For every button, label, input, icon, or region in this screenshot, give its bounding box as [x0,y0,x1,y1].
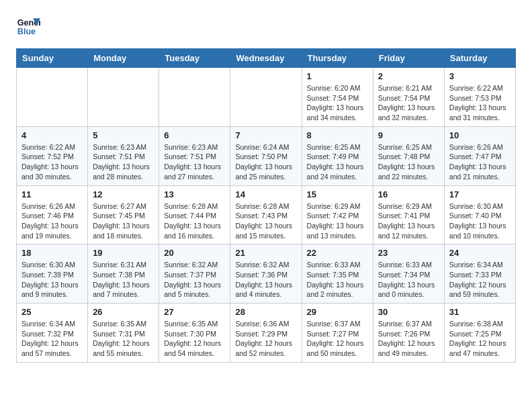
day-info: Sunrise: 6:29 AM Sunset: 7:41 PM Dayligh… [378,201,439,241]
day-number: 28 [235,307,296,317]
calendar-empty-cell [88,68,159,127]
weekday-header-wednesday: Wednesday [230,49,302,68]
day-number: 5 [93,130,154,140]
day-info: Sunrise: 6:38 AM Sunset: 7:25 PM Dayligh… [449,319,511,359]
day-info: Sunrise: 6:37 AM Sunset: 7:26 PM Dayligh… [378,319,439,359]
day-number: 25 [21,307,83,317]
day-number: 23 [378,248,439,258]
day-info: Sunrise: 6:32 AM Sunset: 7:37 PM Dayligh… [164,260,225,300]
calendar-week-row: 11Sunrise: 6:26 AM Sunset: 7:46 PM Dayli… [17,185,516,244]
day-info: Sunrise: 6:30 AM Sunset: 7:40 PM Dayligh… [449,201,511,241]
calendar-day-cell: 4Sunrise: 6:22 AM Sunset: 7:52 PM Daylig… [17,126,88,185]
calendar-week-row: 25Sunrise: 6:34 AM Sunset: 7:32 PM Dayli… [17,304,516,363]
day-number: 30 [378,307,439,317]
day-info: Sunrise: 6:23 AM Sunset: 7:51 PM Dayligh… [164,142,225,182]
day-info: Sunrise: 6:35 AM Sunset: 7:31 PM Dayligh… [93,319,154,359]
day-info: Sunrise: 6:25 AM Sunset: 7:48 PM Dayligh… [378,142,439,182]
day-number: 7 [235,130,296,140]
page-header: General Blue [16,13,516,38]
calendar-week-row: 1Sunrise: 6:20 AM Sunset: 7:54 PM Daylig… [17,68,516,127]
day-info: Sunrise: 6:29 AM Sunset: 7:42 PM Dayligh… [307,201,368,241]
calendar-day-cell: 17Sunrise: 6:30 AM Sunset: 7:40 PM Dayli… [444,185,515,244]
calendar-day-cell: 10Sunrise: 6:26 AM Sunset: 7:47 PM Dayli… [444,126,515,185]
day-info: Sunrise: 6:27 AM Sunset: 7:45 PM Dayligh… [93,201,154,241]
calendar-day-cell: 14Sunrise: 6:28 AM Sunset: 7:43 PM Dayli… [230,185,302,244]
calendar-day-cell: 22Sunrise: 6:33 AM Sunset: 7:35 PM Dayli… [302,244,373,304]
day-number: 15 [307,189,368,199]
calendar-day-cell: 23Sunrise: 6:33 AM Sunset: 7:34 PM Dayli… [373,244,444,304]
calendar-day-cell: 1Sunrise: 6:20 AM Sunset: 7:54 PM Daylig… [302,68,373,127]
weekday-header-sunday: Sunday [17,49,88,68]
day-number: 6 [164,130,225,140]
day-number: 27 [164,307,225,317]
day-info: Sunrise: 6:30 AM Sunset: 7:39 PM Dayligh… [21,260,83,300]
calendar-empty-cell [159,68,230,127]
day-info: Sunrise: 6:28 AM Sunset: 7:44 PM Dayligh… [164,201,225,241]
day-info: Sunrise: 6:22 AM Sunset: 7:53 PM Dayligh… [449,83,511,123]
day-info: Sunrise: 6:23 AM Sunset: 7:51 PM Dayligh… [93,142,154,182]
calendar-day-cell: 20Sunrise: 6:32 AM Sunset: 7:37 PM Dayli… [159,244,230,304]
day-info: Sunrise: 6:34 AM Sunset: 7:33 PM Dayligh… [449,260,511,300]
calendar-day-cell: 2Sunrise: 6:21 AM Sunset: 7:54 PM Daylig… [373,68,444,127]
day-number: 14 [235,189,296,199]
day-number: 24 [449,248,511,258]
calendar-day-cell: 26Sunrise: 6:35 AM Sunset: 7:31 PM Dayli… [88,304,159,363]
day-info: Sunrise: 6:21 AM Sunset: 7:54 PM Dayligh… [378,83,439,123]
day-number: 16 [378,189,439,199]
calendar-day-cell: 5Sunrise: 6:23 AM Sunset: 7:51 PM Daylig… [88,126,159,185]
calendar-day-cell: 15Sunrise: 6:29 AM Sunset: 7:42 PM Dayli… [302,185,373,244]
day-number: 8 [307,130,368,140]
calendar-week-row: 4Sunrise: 6:22 AM Sunset: 7:52 PM Daylig… [17,126,516,185]
calendar-day-cell: 18Sunrise: 6:30 AM Sunset: 7:39 PM Dayli… [17,244,88,304]
day-info: Sunrise: 6:22 AM Sunset: 7:52 PM Dayligh… [21,142,83,182]
calendar-day-cell: 30Sunrise: 6:37 AM Sunset: 7:26 PM Dayli… [373,304,444,363]
day-info: Sunrise: 6:28 AM Sunset: 7:43 PM Dayligh… [235,201,296,241]
calendar-header-row: SundayMondayTuesdayWednesdayThursdayFrid… [17,49,516,68]
day-number: 4 [21,130,83,140]
logo: General Blue [16,13,40,38]
weekday-header-tuesday: Tuesday [159,49,230,68]
day-info: Sunrise: 6:26 AM Sunset: 7:47 PM Dayligh… [449,142,511,182]
day-number: 9 [378,130,439,140]
day-number: 31 [449,307,511,317]
calendar-day-cell: 13Sunrise: 6:28 AM Sunset: 7:44 PM Dayli… [159,185,230,244]
day-info: Sunrise: 6:32 AM Sunset: 7:36 PM Dayligh… [235,260,296,300]
day-number: 29 [307,307,368,317]
calendar-day-cell: 28Sunrise: 6:36 AM Sunset: 7:29 PM Dayli… [230,304,302,363]
calendar-day-cell: 29Sunrise: 6:37 AM Sunset: 7:27 PM Dayli… [302,304,373,363]
weekday-header-monday: Monday [88,49,159,68]
calendar-day-cell: 19Sunrise: 6:31 AM Sunset: 7:38 PM Dayli… [88,244,159,304]
day-info: Sunrise: 6:37 AM Sunset: 7:27 PM Dayligh… [307,319,368,359]
day-number: 22 [307,248,368,258]
day-info: Sunrise: 6:31 AM Sunset: 7:38 PM Dayligh… [93,260,154,300]
day-info: Sunrise: 6:34 AM Sunset: 7:32 PM Dayligh… [21,319,83,359]
weekday-header-saturday: Saturday [444,49,515,68]
weekday-header-friday: Friday [373,49,444,68]
day-number: 17 [449,189,511,199]
day-number: 12 [93,189,154,199]
day-number: 19 [93,248,154,258]
day-number: 11 [21,189,83,199]
day-info: Sunrise: 6:26 AM Sunset: 7:46 PM Dayligh… [21,201,83,241]
day-number: 1 [307,71,368,81]
day-number: 3 [449,71,511,81]
calendar-day-cell: 25Sunrise: 6:34 AM Sunset: 7:32 PM Dayli… [17,304,88,363]
calendar-empty-cell [17,68,88,127]
day-info: Sunrise: 6:33 AM Sunset: 7:35 PM Dayligh… [307,260,368,300]
calendar-day-cell: 3Sunrise: 6:22 AM Sunset: 7:53 PM Daylig… [444,68,515,127]
calendar-day-cell: 24Sunrise: 6:34 AM Sunset: 7:33 PM Dayli… [444,244,515,304]
svg-text:Blue: Blue [17,27,36,36]
day-number: 2 [378,71,439,81]
calendar-day-cell: 31Sunrise: 6:38 AM Sunset: 7:25 PM Dayli… [444,304,515,363]
day-number: 13 [164,189,225,199]
calendar-week-row: 18Sunrise: 6:30 AM Sunset: 7:39 PM Dayli… [17,244,516,304]
calendar-empty-cell [230,68,302,127]
calendar-table: SundayMondayTuesdayWednesdayThursdayFrid… [16,48,516,363]
weekday-header-thursday: Thursday [302,49,373,68]
day-number: 26 [93,307,154,317]
calendar-day-cell: 11Sunrise: 6:26 AM Sunset: 7:46 PM Dayli… [17,185,88,244]
calendar-day-cell: 7Sunrise: 6:24 AM Sunset: 7:50 PM Daylig… [230,126,302,185]
day-info: Sunrise: 6:35 AM Sunset: 7:30 PM Dayligh… [164,319,225,359]
calendar-day-cell: 8Sunrise: 6:25 AM Sunset: 7:49 PM Daylig… [302,126,373,185]
calendar-day-cell: 27Sunrise: 6:35 AM Sunset: 7:30 PM Dayli… [159,304,230,363]
